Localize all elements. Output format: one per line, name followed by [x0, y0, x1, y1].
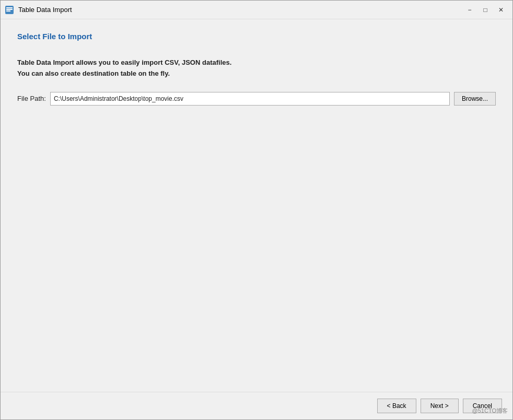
bottom-bar: < Back Next > Cancel — [1, 392, 512, 419]
file-path-row: File Path: Browse... — [17, 92, 496, 106]
file-path-label: File Path: — [17, 95, 46, 102]
svg-rect-3 — [6, 10, 10, 11]
minimize-button[interactable]: − — [462, 4, 477, 16]
next-button[interactable]: Next > — [421, 399, 459, 413]
content-area: Select File to Import Table Data Import … — [1, 19, 512, 392]
maximize-button[interactable]: □ — [478, 4, 493, 16]
window-title: Table Data Import — [18, 6, 462, 14]
description-line1: Table Data Import allows you to easily i… — [17, 57, 496, 68]
svg-rect-1 — [6, 7, 13, 8]
main-window: Table Data Import − □ ✕ Select File to I… — [0, 0, 513, 420]
section-title: Select File to Import — [17, 32, 496, 41]
window-controls: − □ ✕ — [462, 4, 508, 16]
file-path-input[interactable] — [50, 92, 450, 106]
close-button[interactable]: ✕ — [494, 4, 508, 16]
svg-rect-2 — [6, 9, 13, 10]
watermark: @51CTO博客 — [472, 407, 508, 415]
title-bar: Table Data Import − □ ✕ — [1, 1, 512, 19]
description-line2: You can also create destination table on… — [17, 68, 496, 79]
back-button[interactable]: < Back — [377, 399, 416, 413]
app-icon — [5, 5, 14, 15]
browse-button[interactable]: Browse... — [454, 92, 496, 106]
spacer — [17, 106, 496, 379]
description-text: Table Data Import allows you to easily i… — [17, 57, 496, 79]
